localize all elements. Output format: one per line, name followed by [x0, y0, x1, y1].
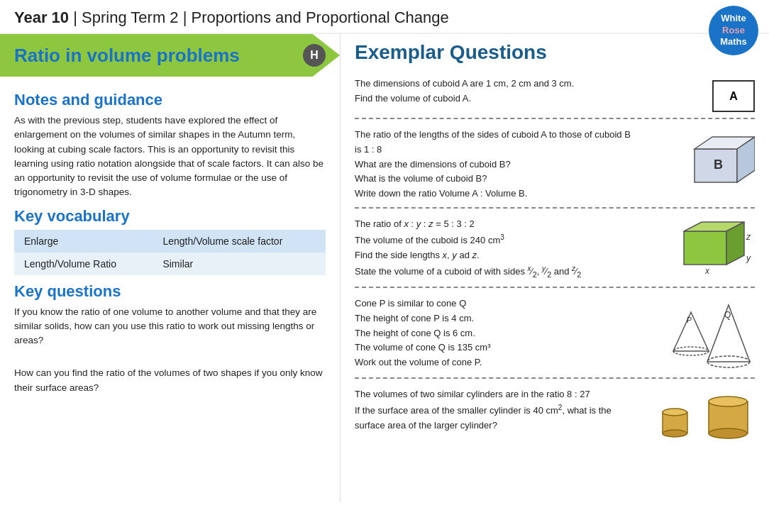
notes-body: As with the previous step, students have…: [14, 113, 326, 200]
svg-marker-4: [684, 231, 726, 265]
svg-text:Q: Q: [724, 310, 731, 320]
vocab-table: Enlarge Length/Volume scale factor Lengt…: [14, 230, 326, 275]
q2-image: B: [684, 131, 755, 194]
cylinders-svg: [655, 391, 755, 448]
notes-title: Notes and guidance: [14, 91, 326, 109]
q1-image: A: [712, 77, 755, 112]
cuboid-b-svg: B: [684, 131, 755, 192]
exemplar-title: Exemplar Questions: [355, 41, 755, 64]
cones-svg: P Q: [663, 298, 755, 369]
vocab-term-1: Enlarge: [14, 230, 153, 253]
green-cuboid-svg: z y x: [677, 218, 755, 275]
svg-text:y: y: [746, 253, 751, 263]
key-questions-title: Key questions: [14, 282, 326, 301]
wrm-logo: White Rose Maths: [709, 6, 758, 55]
left-content-area: Notes and guidance As with the previous …: [0, 77, 340, 408]
page-header: Year 10 | Spring Term 2 | Proportions an…: [0, 0, 769, 34]
svg-text:x: x: [704, 266, 710, 275]
vocab-def-2: Similar: [153, 253, 326, 275]
question-4: Cone P is similar to cone Q The height o…: [355, 291, 755, 379]
vocab-title: Key vocabulary: [14, 207, 326, 226]
q5-text: The volumes of two similar cylinders are…: [355, 387, 648, 433]
svg-text:P: P: [687, 316, 692, 324]
cuboid-a-box: A: [712, 80, 755, 112]
q5-image: [655, 391, 755, 450]
q3-text: The ratio of x : y : z = 5 : 3 : 2 The v…: [355, 217, 670, 281]
svg-point-20: [709, 397, 747, 406]
question-3: The ratio of x : y : z = 5 : 3 : 2 The v…: [355, 211, 755, 288]
page-title: Year 10 | Spring Term 2 | Proportions an…: [14, 9, 449, 27]
main-content: Ratio in volume problems H Notes and gui…: [0, 34, 769, 502]
vocab-row-2: Length/Volume Ratio Similar: [14, 253, 326, 275]
q4-text: Cone P is similar to cone Q The height o…: [355, 297, 655, 370]
q2-text: The ratio of the lengths of the sides of…: [355, 128, 677, 201]
question-5: The volumes of two similar cylinders are…: [355, 382, 755, 456]
q3-image: z y x: [677, 218, 755, 278]
logo-rose: Rose: [722, 25, 745, 37]
topic-banner: Ratio in volume problems H: [0, 34, 340, 77]
topic-title: Ratio in volume problems: [14, 45, 240, 67]
svg-text:B: B: [714, 157, 723, 172]
svg-text:z: z: [746, 232, 751, 242]
svg-point-18: [663, 430, 687, 437]
q1-text: The dimensions of cuboid A are 1 cm, 2 c…: [355, 77, 705, 106]
question-1: The dimensions of cuboid A are 1 cm, 2 c…: [355, 71, 755, 119]
vocab-def-1: Length/Volume scale factor: [153, 230, 326, 253]
logo-white: White: [721, 13, 746, 25]
q4-image: P Q: [663, 298, 755, 372]
difficulty-badge: H: [303, 44, 326, 67]
vocab-term-2: Length/Volume Ratio: [14, 253, 153, 275]
key-question-2: How can you find the ratio of the volume…: [14, 366, 326, 395]
logo-maths: Maths: [720, 36, 747, 48]
question-2: The ratio of the lengths of the sides of…: [355, 122, 755, 209]
svg-point-17: [663, 409, 687, 416]
key-question-1: If you know the ratio of one volume to a…: [14, 305, 326, 348]
svg-point-21: [709, 428, 747, 438]
left-panel: Ratio in volume problems H Notes and gui…: [0, 34, 341, 502]
vocab-row-1: Enlarge Length/Volume scale factor: [14, 230, 326, 253]
right-panel: Exemplar Questions The dimensions of cub…: [341, 34, 769, 502]
